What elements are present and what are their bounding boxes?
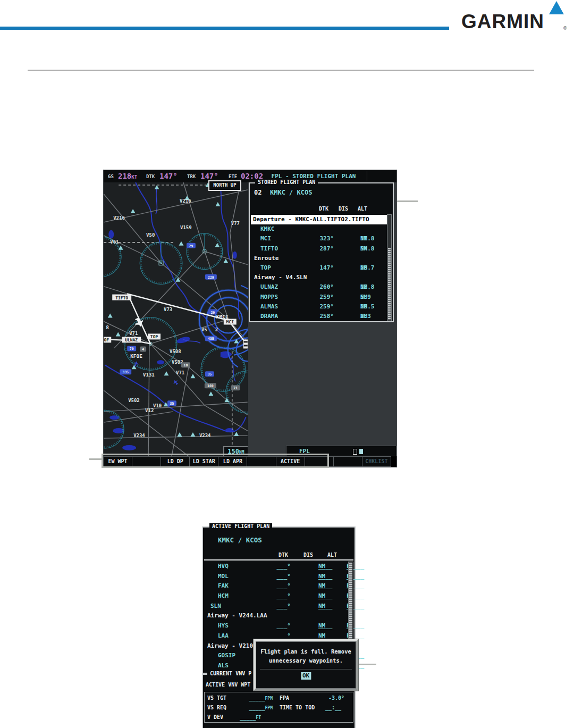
softkey-ld-dp[interactable]: LD DP [161,456,190,467]
column-header-alt: ALT [358,206,367,212]
callout-line-softkeys [89,458,104,460]
vnv-values-box: VS TGT _____FPM FPA -3.0° VS REQ _____FP… [204,692,353,723]
fpl-page-tab: FPL [286,446,396,456]
column-header-alt: ALT [327,552,337,558]
map-waypoint-label: TOP [150,334,158,339]
map-airway-label: V71 [129,331,138,336]
highway-shield-number: 71 [233,386,238,390]
stored-plan-row[interactable]: ALMAS259°28.5NM [250,302,393,312]
active-plan-row[interactable]: FAK___°____NM_____FT [203,581,354,591]
column-header-dtk: DTK [278,552,288,558]
flight-plan-screenshot: ACTIVE FLIGHT PLAN KMKC / KCOS DTK DIS A… [202,526,356,728]
header-rule [0,27,449,30]
plan-id: 02 [254,189,261,196]
map-airport-label: KMCI [216,314,229,320]
garmin-logo: GARMIN ® [461,0,570,35]
column-header-dtk: DTK [319,206,328,212]
window-title: ACTIVE FLIGHT PLAN [209,523,272,529]
vs-req-label: VS REQ [207,705,226,710]
ok-button[interactable]: OK [301,672,311,680]
highway-shield-number: 10 [184,363,188,367]
dtk-value: 147° [159,172,178,180]
plan-route: KMKC / KCOS [270,189,312,196]
stored-plan-row[interactable]: Airway - V4.SLN [250,273,393,282]
clipped-label [243,339,248,348]
mfd-screenshot: GS 218KT DTK 147° TRK 147° ETE 02:02 FPL… [104,170,396,467]
gs-value: 218KT [118,172,137,180]
softkey-blank-7[interactable] [305,456,334,467]
vs-tgt-label: VS TGT [207,695,226,701]
active-plan-row[interactable]: HCM___°____NM_____FT [203,591,354,601]
map-airway-label: V61 [110,239,119,245]
highway-shield-number: 70 [130,347,134,351]
map-airway-label: V77 [231,221,240,226]
stored-plan-row[interactable]: DRAMA258°2.3NM [250,312,393,321]
stored-plan-list: Departure - KMKC-ALL.TIFTO2.TIFTOKMKCMCI… [250,215,393,321]
garmin-logo-text: GARMIN [461,11,544,33]
softkey-bar: EW WPTLD DPLD STARLD APRACTIVECHKLIST [104,456,396,467]
highway-shield-number: 35 [207,372,212,376]
time-to-tod-label: TIME TO TOD [280,705,315,710]
vs-req-value: _____FPM [226,705,273,710]
map-airway-label: V234 [199,433,211,438]
map-waypoint-label: ULNAZ [125,338,138,342]
active-plan-row[interactable]: Airway - V244.LAA [203,611,354,621]
map-orientation-badge: NORTH UP [208,180,241,191]
stored-plan-row[interactable]: KMKC [250,224,393,234]
highway-shield-number: 169 [207,384,214,388]
section-rule [28,70,534,71]
map-airport-label: KFOE [130,353,142,359]
softkey-ld-star[interactable]: LD STAR [189,456,218,467]
fpa-value: -3.0° [328,695,344,701]
active-plan-row[interactable]: HYS___°____NM_____FT [203,621,354,631]
trk-label: TRK [187,174,196,179]
map-airport-label: 8 [106,324,109,330]
window-title: STORED FLIGHT PLAN [255,179,318,185]
map-airway-label: V131 [143,372,155,378]
softkey-chklist[interactable]: CHKLIST [362,456,391,467]
map-airway-label: V5 [201,327,207,332]
highway-shield-number: 435 [208,337,214,341]
garmin-triangle-icon [549,1,564,14]
time-to-tod-value: __:__ [325,705,341,710]
map-waypoint-label: TIFTO [115,296,128,300]
map-range-badge: 150NM [223,446,248,456]
softkey-blank-8[interactable] [333,456,362,467]
softkey-blank-5[interactable] [247,456,276,467]
highway-shield-number: 335 [122,370,129,374]
plan-route: KMKC / KCOS [218,536,262,544]
page-icon-filled [359,449,363,454]
v-dev-label: V DEV [207,714,223,720]
map-airway-label: V508 [170,349,181,354]
fpa-label: FPA [280,695,289,701]
softkey-ew-wpt[interactable]: EW WPT [103,456,132,467]
gs-label: GS [108,174,114,179]
dialog-message-line1: Flight plan is full. Remove [256,648,356,655]
active-plan-row[interactable]: HVQ___°____NM_____FT [203,562,354,572]
stored-plan-row[interactable]: MOPPS259°5.9NM [250,292,393,302]
stored-plan-scrollbar[interactable] [387,214,392,321]
softkey-active[interactable]: ACTIVE [276,456,305,467]
status-divider [367,171,367,181]
active-plan-row[interactable]: MOL___°____NM_____FT [203,572,354,582]
stored-plan-row[interactable]: Enroute [250,254,393,263]
softkey-blank-1[interactable] [132,456,161,467]
dialog-divider [260,669,352,670]
stored-plan-row[interactable]: MCI323°11.8NM [250,234,393,244]
map-airway-label: V502 [128,398,140,403]
dialog-message-line2: unnecessary waypoints. [256,657,356,664]
map-airway-label: V12 [145,408,154,413]
stored-plan-row[interactable]: Departure - KMKC-ALL.TIFTO2.TIFTO [251,215,387,224]
column-header-dis: DIS [303,552,313,558]
header-divider [204,559,353,560]
softkey-ld-apr[interactable]: LD APR [218,456,247,467]
stored-plan-row[interactable]: ULNAZ260°12.8NM [250,282,393,292]
active-plan-row[interactable]: SLN___°____NM_____FT [203,601,354,612]
stored-plan-row[interactable]: TIFTO287°54.8NM [250,244,393,254]
highway-shield-number: 35 [170,401,174,406]
map-airway-label: V159 [180,225,192,230]
stored-plan-row[interactable]: TOP147°28.7NM [250,263,393,273]
highway-shield-number: 29 [210,311,215,315]
navigation-map: V216V216V159V77V50V61V73V71V508V502V131V… [104,182,248,456]
dtk-label: DTK [146,174,155,179]
